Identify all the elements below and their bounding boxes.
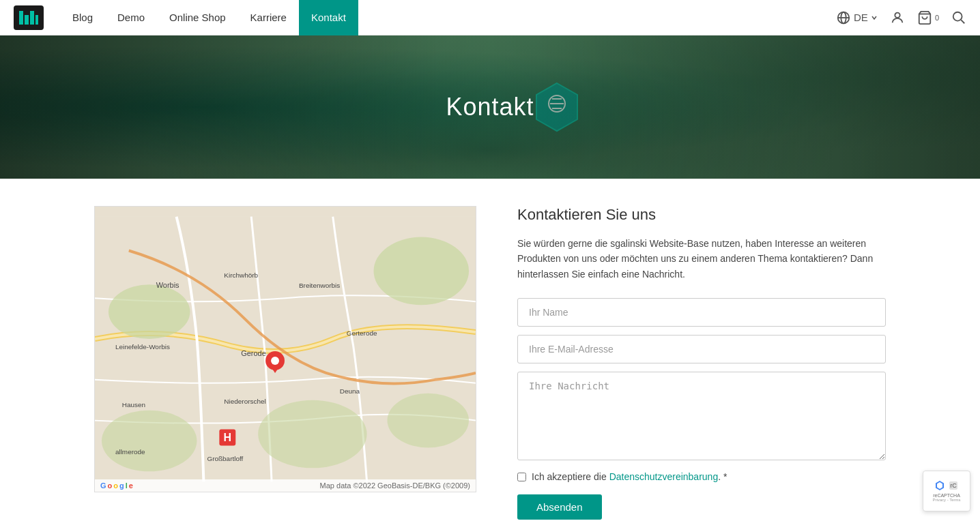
chevron-down-icon [871, 14, 878, 21]
datenschutz-link[interactable]: Datenschutzvereinbarung [609, 471, 719, 482]
svg-text:Worbis: Worbis [156, 281, 179, 289]
cart-button[interactable]: 0 [917, 10, 939, 25]
nav-right: DE 0 [836, 10, 966, 25]
contact-description: Sie würden gerne die sgalinski Website-B… [517, 236, 886, 282]
svg-rect-3 [30, 11, 34, 25]
recaptcha-icon [934, 480, 945, 491]
svg-text:Hausen: Hausen [122, 401, 145, 408]
contact-section-title: Kontaktieren Sie uns [517, 206, 886, 224]
svg-point-36 [271, 357, 279, 365]
nav-karriere[interactable]: Karriere [238, 0, 299, 35]
svg-point-18 [109, 284, 190, 339]
recaptcha-icons: rC [934, 480, 959, 491]
svg-point-19 [374, 237, 470, 306]
google-logo: Google [100, 481, 133, 490]
svg-text:Gerode: Gerode [241, 349, 266, 357]
svg-text:H: H [224, 432, 232, 443]
checkbox-label: Ich akzeptiere die Datenschutzvereinbaru… [532, 471, 727, 482]
svg-text:Großbartloff: Großbartloff [207, 455, 243, 462]
map-svg: Worbis Kirchwhörb Breitenworbis Leinefel… [95, 207, 476, 492]
nav-blog[interactable]: Blog [60, 0, 105, 35]
svg-text:Breitenworbis: Breitenworbis [299, 282, 340, 289]
map-footer: Google Map data ©2022 GeoBasis-DE/BKG (©… [95, 479, 476, 492]
navbar: Blog Demo Online Shop Karriere Kontakt D… [0, 0, 980, 35]
message-field-wrapper [517, 372, 886, 463]
svg-point-22 [387, 393, 469, 448]
recaptcha-icon-2: rC [948, 480, 959, 491]
recaptcha-terms: Privacy - Terms [932, 498, 960, 502]
map-container[interactable]: Worbis Kirchwhörb Breitenworbis Leinefel… [94, 206, 476, 492]
checkbox-row: Ich akzeptiere die Datenschutzvereinbaru… [517, 471, 886, 482]
submit-button[interactable]: Absenden [517, 494, 602, 520]
logo[interactable] [14, 5, 44, 30]
svg-rect-2 [25, 15, 29, 25]
name-field-wrapper [517, 298, 886, 327]
svg-rect-4 [35, 15, 38, 25]
svg-text:allmerode: allmerode [115, 448, 145, 456]
map-data-label: Map data ©2022 GeoBasis-DE/BKG (©2009) [320, 481, 470, 490]
name-input[interactable] [517, 298, 886, 327]
nav-online-shop[interactable]: Online Shop [157, 0, 238, 35]
nav-links: Blog Demo Online Shop Karriere Kontakt [60, 0, 836, 35]
svg-text:Niederorschel: Niederorschel [224, 398, 265, 405]
svg-point-21 [102, 411, 197, 472]
nav-demo[interactable]: Demo [105, 0, 157, 35]
search-icon [951, 10, 966, 25]
content-area: Worbis Kirchwhörb Breitenworbis Leinefel… [81, 179, 899, 521]
recaptcha-badge: rC reCAPTCHA Privacy - Terms [923, 471, 970, 511]
email-field-wrapper [517, 335, 886, 363]
email-input[interactable] [517, 335, 886, 363]
svg-line-11 [961, 20, 964, 23]
user-button[interactable] [890, 10, 905, 25]
svg-point-10 [953, 12, 962, 20]
lang-label: DE [854, 12, 868, 23]
user-icon [890, 10, 905, 25]
svg-text:Leinefelde-Worbis: Leinefelde-Worbis [115, 343, 170, 351]
search-button[interactable] [951, 10, 966, 25]
globe-icon [836, 10, 851, 25]
hero-title: Kontakt [446, 93, 534, 121]
svg-text:Deuna: Deuna [340, 387, 360, 395]
cart-icon [917, 10, 932, 25]
svg-point-8 [895, 12, 899, 17]
message-textarea[interactable] [517, 372, 886, 460]
nav-kontakt[interactable]: Kontakt [299, 0, 358, 35]
svg-point-20 [258, 400, 366, 468]
contact-form: Ich akzeptiere die Datenschutzvereinbaru… [517, 298, 886, 520]
hero-section: Kontakt [0, 35, 980, 179]
svg-text:Gerterode: Gerterode [347, 329, 377, 337]
language-selector[interactable]: DE [836, 10, 878, 25]
svg-rect-1 [19, 11, 23, 25]
recaptcha-label: reCAPTCHA [933, 493, 960, 498]
cart-count: 0 [935, 14, 939, 22]
svg-text:rC: rC [950, 482, 957, 489]
svg-text:Kirchwhörb: Kirchwhörb [224, 271, 258, 279]
datenschutz-checkbox[interactable] [517, 473, 526, 481]
contact-form-area: Kontaktieren Sie uns Sie würden gerne di… [517, 206, 886, 520]
